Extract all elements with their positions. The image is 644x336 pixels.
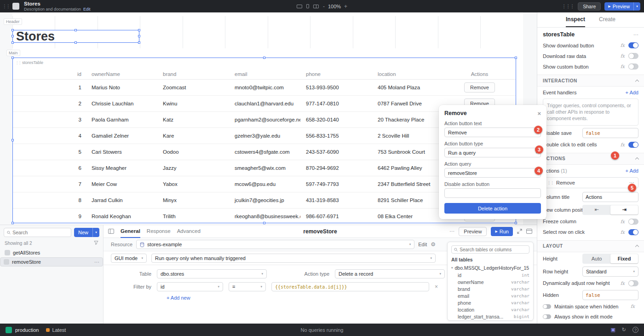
tab-advanced[interactable]: Advanced	[177, 225, 201, 238]
title-component[interactable]: Stores	[12, 30, 139, 43]
schema-field[interactable]: emailvarchar	[451, 292, 529, 299]
fx-icon[interactable]: fx	[621, 142, 625, 147]
selection-handle[interactable]	[138, 35, 140, 37]
environment-label[interactable]: production	[15, 327, 39, 333]
row-remove-button[interactable]: Remove	[464, 82, 495, 93]
environment-icon[interactable]	[6, 327, 12, 333]
filter-operator-select[interactable]: =▾	[229, 282, 266, 291]
fx-icon[interactable]: fx	[621, 281, 625, 286]
retool-logo[interactable]	[12, 3, 19, 10]
app-menu-icon[interactable]: ⋮⋮	[2, 4, 10, 9]
row-height-select[interactable]: Standard▾	[582, 266, 638, 277]
schema-field[interactable]: locationvarchar	[451, 306, 529, 313]
selection-handle[interactable]	[12, 29, 14, 31]
maximize-panel-icon[interactable]	[526, 229, 532, 234]
more-options-icon[interactable]: ⋮⋮⋮	[562, 4, 574, 9]
schema-search-input[interactable]	[460, 247, 527, 252]
edit-description-link[interactable]: Edit	[83, 7, 91, 12]
tab-general[interactable]: General	[121, 225, 140, 238]
zoom-level[interactable]: 100%	[328, 4, 341, 9]
run-query-button[interactable]: ▶Run	[491, 227, 513, 236]
drag-handle-icon[interactable]: ⋮⋮	[547, 180, 553, 185]
query-list-item[interactable]: getAllStores	[0, 248, 103, 257]
selection-handle[interactable]	[515, 57, 517, 59]
gui-mode-select[interactable]: GUI mode▾	[111, 254, 147, 263]
expand-editor-icon[interactable]	[517, 229, 522, 234]
schema-search[interactable]	[451, 245, 529, 254]
prop-toggle[interactable]	[628, 53, 638, 59]
action-button-text-input[interactable]	[444, 127, 541, 137]
section-interaction[interactable]: INTERACTION	[537, 75, 644, 87]
schema-field[interactable]: brandvarchar	[451, 285, 529, 292]
fx-icon[interactable]: fx	[621, 43, 625, 48]
schema-field[interactable]: ledger_start_transa...bigint	[451, 313, 529, 320]
column-header[interactable]: location	[372, 71, 443, 77]
zoom-in-button[interactable]: +	[344, 3, 347, 10]
column-header[interactable]: id	[13, 71, 86, 77]
header-frame-tag[interactable]: Header	[4, 18, 22, 25]
split-view-icon[interactable]	[313, 5, 319, 8]
add-event-handler-link[interactable]: + Add	[626, 90, 638, 95]
dynamic-row-height-toggle[interactable]	[628, 280, 638, 286]
selection-handle[interactable]	[263, 57, 265, 59]
share-button[interactable]: Share	[578, 2, 601, 11]
action-type-select[interactable]: Delete a record▾	[335, 269, 445, 278]
query-filter-icon[interactable]	[94, 241, 98, 246]
query-list-item[interactable]: removeStore⋯	[0, 257, 103, 266]
disable-save-input[interactable]	[582, 128, 638, 138]
column-header[interactable]: brand	[157, 71, 229, 77]
action-query-select[interactable]: removeStore▾	[444, 168, 541, 178]
section-layout[interactable]: LAYOUT	[537, 240, 644, 252]
selection-handle[interactable]	[12, 222, 14, 224]
insert-left-option[interactable]: ⇤	[583, 205, 610, 214]
column-header[interactable]: phone	[300, 71, 372, 77]
schema-field[interactable]: idint	[451, 272, 529, 278]
gift-icon[interactable]: ▣	[610, 327, 615, 333]
select-row-toggle[interactable]	[628, 229, 638, 235]
zoom-out-button[interactable]: -	[323, 3, 325, 10]
tab-create[interactable]: Create	[599, 12, 615, 27]
schema-field[interactable]: phonevarchar	[451, 299, 529, 306]
fx-icon[interactable]: fx	[621, 230, 625, 235]
tab-inspect[interactable]: Inspect	[566, 12, 585, 27]
help-icon[interactable]: ?	[632, 327, 638, 333]
remove-filter-icon[interactable]: ×	[435, 284, 438, 290]
new-query-caret-icon[interactable]: ▾	[92, 228, 99, 237]
column-title-input[interactable]	[582, 192, 638, 202]
delete-action-button[interactable]: Delete action	[444, 203, 541, 214]
resource-select[interactable]: stores-example ▾	[136, 240, 414, 249]
preview-dropdown-caret[interactable]: ▾	[633, 2, 640, 11]
preview-query-button[interactable]: Preview	[459, 227, 487, 236]
prop-toggle[interactable]	[628, 42, 638, 48]
selection-handle[interactable]	[12, 35, 14, 37]
desktop-view-icon[interactable]	[297, 5, 302, 8]
double-click-toggle[interactable]	[628, 142, 638, 148]
schema-field[interactable]: ownerNamevarchar	[451, 278, 529, 285]
table-select[interactable]: dbo.stores▾	[157, 269, 267, 278]
section-actions[interactable]: ACTIONS	[537, 153, 644, 165]
preview-button[interactable]: ▶Preview	[604, 2, 633, 11]
selection-handle[interactable]	[75, 29, 77, 31]
query-menu-icon[interactable]: ⋯	[94, 259, 99, 265]
refresh-icon[interactable]: ↻	[622, 327, 626, 333]
new-query-button[interactable]: New ▾	[74, 228, 99, 237]
table-row[interactable]: 1Marius NotoZoomcastmnoto0@twitpic.com51…	[13, 80, 516, 96]
selection-handle[interactable]	[12, 41, 14, 44]
selection-handle[interactable]	[515, 222, 517, 224]
component-menu-icon[interactable]: ⋯	[633, 32, 638, 38]
add-filter-link[interactable]: + Add new	[167, 295, 190, 301]
run-trigger-select[interactable]: Run query only when manually triggered▾	[151, 254, 436, 263]
disable-action-button-input[interactable]	[444, 188, 541, 198]
query-menu-icon[interactable]: ⋯	[449, 228, 454, 234]
edit-resource-link[interactable]: Edit	[418, 242, 427, 247]
fx-icon[interactable]: fx	[621, 64, 625, 69]
fx-icon[interactable]: fx	[631, 304, 635, 309]
selection-handle[interactable]	[12, 139, 14, 141]
hidden-input[interactable]	[582, 290, 638, 300]
query-search[interactable]	[4, 228, 71, 237]
selection-handle[interactable]	[138, 29, 140, 31]
tab-response[interactable]: Response	[147, 225, 171, 238]
always-edit-toggle[interactable]	[543, 314, 551, 319]
release-label[interactable]: Latest	[52, 327, 66, 333]
selection-handle[interactable]	[75, 41, 77, 44]
